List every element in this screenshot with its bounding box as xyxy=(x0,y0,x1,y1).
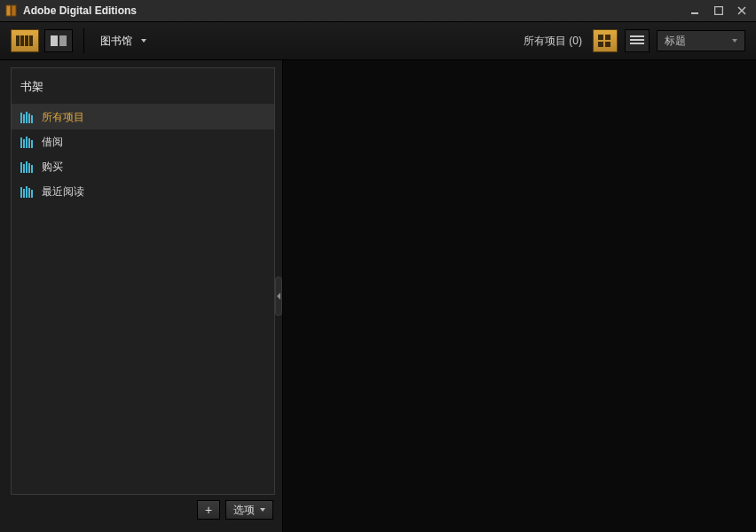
svg-rect-0 xyxy=(6,5,11,16)
bookshelf-sidebar: 书架 所有项目 xyxy=(11,67,275,495)
svg-rect-5 xyxy=(20,35,24,46)
svg-rect-33 xyxy=(23,189,25,198)
shelf-item-label: 购买 xyxy=(42,160,63,175)
svg-rect-13 xyxy=(605,42,610,47)
sidebar-footer: + 选项 xyxy=(11,495,275,525)
collapse-left-icon xyxy=(277,293,280,300)
shelf-item-recent[interactable]: 最近阅读 xyxy=(12,179,274,204)
svg-rect-18 xyxy=(23,114,25,123)
content-area xyxy=(282,60,756,532)
svg-rect-9 xyxy=(59,35,67,46)
svg-rect-8 xyxy=(51,35,58,46)
app-icon xyxy=(5,4,18,17)
bookshelf-icon xyxy=(20,136,35,148)
sort-dropdown[interactable]: 标题 xyxy=(657,30,745,51)
library-view-button[interactable] xyxy=(11,29,39,52)
chevron-down-icon xyxy=(732,39,737,43)
svg-rect-7 xyxy=(29,35,33,46)
chevron-down-icon xyxy=(260,508,265,512)
bookshelf-icon xyxy=(20,160,35,173)
svg-rect-12 xyxy=(598,42,603,47)
app-window: Adobe Digital Editions xyxy=(0,0,756,532)
sort-dropdown-label: 标题 xyxy=(665,34,686,49)
reading-view-button[interactable] xyxy=(44,29,73,52)
toolbar-separator xyxy=(83,28,84,53)
svg-rect-35 xyxy=(28,188,30,198)
splitter-handle xyxy=(275,277,282,316)
svg-rect-23 xyxy=(23,139,25,148)
sidebar-container: 书架 所有项目 xyxy=(0,60,275,532)
window-title: Adobe Digital Editions xyxy=(23,4,137,17)
svg-rect-1 xyxy=(12,5,16,16)
sidebar-splitter[interactable] xyxy=(275,60,282,532)
sidebar-header: 书架 xyxy=(12,68,274,105)
svg-rect-28 xyxy=(23,164,25,173)
svg-rect-10 xyxy=(598,35,603,40)
shelf-item-label: 最近阅读 xyxy=(42,184,84,200)
toolbar: 图书馆 所有项目 (0) xyxy=(0,22,756,60)
thumbnail-view-button[interactable] xyxy=(593,29,618,52)
titlebar: Adobe Digital Editions xyxy=(0,0,756,22)
svg-rect-21 xyxy=(31,115,33,123)
svg-rect-2 xyxy=(691,12,698,14)
add-shelf-button[interactable]: + xyxy=(197,500,220,520)
svg-rect-16 xyxy=(630,43,644,44)
svg-rect-26 xyxy=(31,140,33,148)
item-count-status: 所有项目 (0) xyxy=(524,34,582,49)
shelf-list: 所有项目 借阅 xyxy=(12,105,274,494)
svg-rect-36 xyxy=(31,190,33,198)
svg-rect-20 xyxy=(28,113,30,123)
svg-rect-15 xyxy=(630,39,644,41)
svg-rect-24 xyxy=(26,137,28,148)
svg-rect-19 xyxy=(26,112,28,123)
maximize-button[interactable] xyxy=(710,2,728,20)
shelf-options-button[interactable]: 选项 xyxy=(225,500,273,520)
svg-rect-30 xyxy=(28,163,30,173)
svg-rect-22 xyxy=(20,137,22,148)
list-view-button[interactable] xyxy=(625,29,650,52)
library-menu-label: 图书馆 xyxy=(100,34,132,49)
svg-rect-29 xyxy=(26,161,28,173)
minimize-button[interactable] xyxy=(687,2,705,20)
shelf-item-borrowed[interactable]: 借阅 xyxy=(12,129,274,154)
svg-rect-4 xyxy=(16,35,20,46)
main-body: 书架 所有项目 xyxy=(0,60,756,532)
svg-rect-3 xyxy=(715,7,723,15)
svg-rect-34 xyxy=(26,186,28,198)
bookshelf-icon xyxy=(20,111,35,123)
svg-rect-27 xyxy=(20,162,22,173)
svg-rect-17 xyxy=(20,113,22,123)
svg-rect-31 xyxy=(31,165,33,173)
shelf-item-all[interactable]: 所有项目 xyxy=(12,105,274,129)
toolbar-right-group: 所有项目 (0) 标题 xyxy=(524,29,745,52)
svg-rect-6 xyxy=(25,35,28,46)
chevron-down-icon xyxy=(141,39,146,43)
shelf-item-label: 借阅 xyxy=(42,135,63,150)
svg-rect-14 xyxy=(630,35,644,37)
library-menu[interactable]: 图书馆 xyxy=(95,30,152,52)
shelf-item-purchased[interactable]: 购买 xyxy=(12,154,274,179)
close-button[interactable] xyxy=(733,2,751,20)
svg-rect-32 xyxy=(20,187,22,198)
svg-rect-25 xyxy=(28,138,30,148)
shelf-item-label: 所有项目 xyxy=(42,110,84,125)
bookshelf-icon xyxy=(20,185,35,198)
shelf-options-label: 选项 xyxy=(233,503,255,518)
svg-rect-11 xyxy=(605,35,610,40)
